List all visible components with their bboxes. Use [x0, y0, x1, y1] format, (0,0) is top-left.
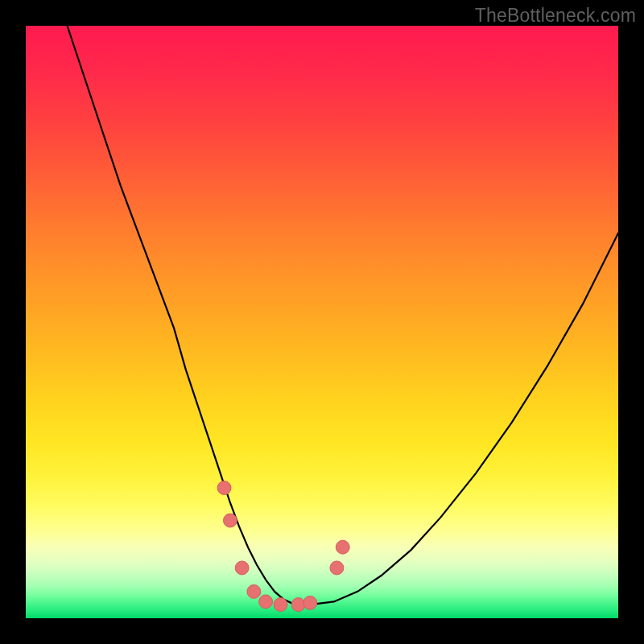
watermark-text: TheBottleneck.com [475, 5, 636, 27]
curve-markers [217, 481, 349, 612]
curve-marker [274, 598, 287, 612]
chart-frame: TheBottleneck.com [0, 0, 644, 644]
bottleneck-curve [68, 26, 618, 605]
curve-marker [291, 598, 305, 612]
chart-svg [26, 26, 618, 618]
curve-marker [235, 561, 249, 575]
curve-marker [303, 596, 317, 609]
curve-marker [259, 595, 273, 609]
curve-marker [336, 540, 349, 554]
plot-area [26, 26, 618, 618]
curve-marker [330, 561, 344, 575]
curve-marker [217, 481, 231, 495]
curve-marker [247, 584, 261, 598]
curve-marker [223, 514, 237, 527]
